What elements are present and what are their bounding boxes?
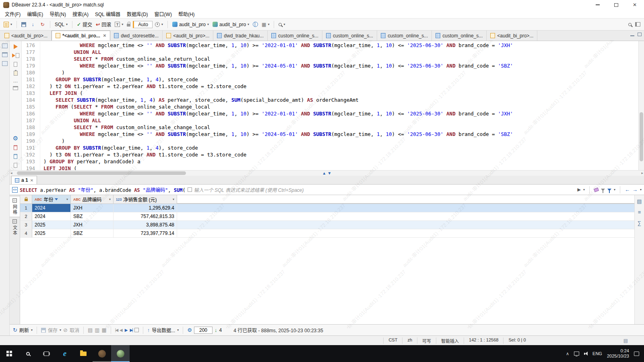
minimize-editor-icon[interactable] (630, 35, 634, 36)
code-line[interactable]: 176 WHERE mgclear_time <> '' AND SUBSTR(… (22, 42, 638, 49)
file-explorer-button[interactable] (74, 345, 93, 362)
editor-tab[interactable]: <audit_bi_pro>... (163, 31, 213, 41)
sql-code-editor[interactable]: 176 WHERE mgclear_time <> '' AND SUBSTR(… (22, 41, 638, 170)
scroll-right-icon[interactable]: ▸ (641, 171, 643, 175)
editor-tab[interactable]: dwd_storesettle... (110, 31, 163, 41)
table-cell[interactable]: SBZ (71, 229, 114, 237)
code-line[interactable]: 177 UNION ALL (22, 49, 638, 56)
code-line[interactable]: 178 SELECT * FROM custom_online_sale_ret… (22, 56, 638, 62)
editor-vertical-scrollbar[interactable] (638, 41, 644, 170)
rollback-button[interactable]: ↩ 回滚 (95, 20, 112, 29)
column-header[interactable]: ABC品牌编码▾ (71, 195, 114, 204)
schema-selector[interactable]: audit_bi_pro ▾ (211, 21, 250, 28)
column-header[interactable]: ABC年份▾ (32, 195, 71, 204)
grid-corner-cell[interactable] (20, 195, 32, 204)
action-center-icon[interactable] (634, 352, 639, 356)
menu-item[interactable]: 导航(N) (46, 10, 69, 18)
results-view-tab[interactable]: 文本 (10, 217, 20, 238)
filter-funnel-active-icon[interactable] (607, 189, 611, 191)
restore-view-icon[interactable] (2, 43, 8, 48)
delete-row-icon[interactable]: ▦ (101, 327, 106, 333)
column-dropdown-icon[interactable]: ▾ (109, 197, 111, 201)
code-line[interactable]: 182 ) t2 ON t1.perYear = t2.perYear AND … (22, 83, 638, 90)
maximize-editor-icon[interactable] (638, 33, 642, 36)
column-dropdown-icon[interactable]: ▾ (66, 197, 68, 201)
fetch-page-icon[interactable] (134, 328, 139, 332)
app-task-button[interactable] (93, 345, 111, 362)
menu-item[interactable]: 编辑(E) (24, 10, 46, 18)
table-row[interactable]: 22024SBZ757,462,815.33 (20, 212, 634, 221)
refresh-button[interactable]: 刷新 (19, 327, 29, 333)
editor-tab[interactable]: dwd_trade_hkau... (213, 31, 268, 41)
transaction-log-button[interactable]: ▾ (154, 21, 164, 28)
code-line[interactable]: 179 WHERE mgclear_time <> '' AND SUBSTR(… (22, 62, 638, 69)
menu-item[interactable]: 帮助(H) (175, 10, 198, 18)
code-line[interactable]: 180 ) (22, 69, 638, 76)
nav-next-icon[interactable]: ▶ (125, 328, 128, 332)
editor-horizontal-scrollbar[interactable]: ◂ ▲ ▼ ▸ (10, 170, 644, 176)
code-line[interactable]: 191 GROUP BY SUBSTR(mgclear_time, 1, 4),… (22, 144, 638, 151)
export-data-button[interactable]: 导出数据... (152, 327, 175, 333)
maximize-button[interactable] (607, 0, 625, 10)
calc-panel-icon[interactable]: ∑ (638, 220, 641, 226)
chevron-down-icon[interactable]: ▾ (614, 188, 615, 191)
perspective-button[interactable] (634, 21, 642, 27)
connection-selector[interactable]: audit_bi_pro ▾ (171, 21, 210, 28)
nav-prev-icon[interactable]: ◀ (120, 328, 123, 332)
tray-expand-icon[interactable]: ∧ (566, 351, 569, 356)
column-header[interactable]: 123净销售金额 (元)▾ (114, 195, 177, 204)
code-line[interactable]: 187 UNION ALL (22, 117, 638, 124)
editor-tab[interactable]: *<audit_bi_pro...✕ (52, 31, 110, 41)
table-cell[interactable]: 3,898,875.48 (114, 221, 177, 229)
more-icon[interactable]: … (13, 80, 18, 82)
minimize-button[interactable] (588, 0, 607, 10)
row-number[interactable]: 4 (20, 229, 32, 237)
table-cell[interactable]: 2025 (32, 221, 71, 229)
grid-tools-button[interactable]: ▦ ▾ (260, 21, 270, 28)
execute-sql-icon[interactable] (14, 44, 18, 49)
search-button[interactable]: ▾ (277, 22, 286, 27)
code-line[interactable]: 190 ) (22, 138, 638, 144)
volume-icon[interactable] (584, 352, 588, 356)
clear-filter-icon[interactable] (594, 187, 599, 192)
results-tab[interactable]: a 1 ✕ (11, 176, 37, 184)
code-line[interactable]: 189 WHERE mgclear_time <> '' AND SUBSTR(… (22, 131, 638, 138)
database-navigator-icon[interactable] (2, 52, 8, 57)
commit-button[interactable]: ✓ 提交 (76, 20, 93, 29)
quick-access-search-button[interactable] (627, 22, 633, 27)
table-cell[interactable]: 2025 (32, 229, 71, 237)
menu-item[interactable]: 搜索(A) (69, 10, 92, 18)
projects-view-icon[interactable] (2, 61, 8, 66)
close-button[interactable]: ✕ (625, 0, 644, 10)
dbeaver-task-button[interactable] (111, 345, 130, 362)
chevron-down-icon[interactable]: ▾ (583, 188, 585, 191)
taskbar-clock[interactable]: 0:24 2025/10/23 (607, 348, 629, 359)
chevron-down-icon[interactable]: ▾ (640, 188, 642, 191)
editor-tab[interactable]: custom_online_s... (377, 31, 432, 41)
table-cell[interactable]: SBZ (71, 212, 114, 220)
chevron-down-icon[interactable]: ▾ (31, 328, 33, 332)
script-file-icon[interactable] (14, 145, 17, 150)
network-button[interactable] (252, 21, 259, 28)
metadata-panel-icon[interactable]: ≡ (638, 209, 641, 215)
editor-tab[interactable]: <audit_bi_pro>... (487, 31, 537, 41)
output-panel-icon[interactable] (13, 86, 18, 90)
refresh-icon[interactable]: ↻ (13, 327, 17, 333)
restore-panel-icon[interactable]: ▼ (328, 171, 332, 176)
nav-last-icon[interactable]: ▶| (130, 328, 132, 332)
settings-gear-icon[interactable]: ⚙ (13, 136, 18, 141)
load-button[interactable]: ↓ (29, 21, 37, 28)
close-icon[interactable]: ✕ (30, 178, 33, 183)
code-line[interactable]: 193) GROUP BY perYear, brandCode) a (22, 158, 638, 165)
network-icon[interactable] (574, 352, 579, 356)
transaction-mode-selector[interactable]: Auto (133, 21, 153, 28)
code-line[interactable]: 181 GROUP BY SUBSTR(mgclear_time, 1, 4),… (22, 76, 638, 83)
table-row[interactable]: 32025JXH3,898,875.48 (20, 221, 634, 229)
filter-input[interactable]: 输入一个 SQL 表达式来过滤结果 (使用 Ctrl+Space) (194, 186, 576, 193)
transaction-mode-button[interactable]: T ▾ (114, 21, 124, 28)
scroll-left-icon[interactable]: ◂ (10, 171, 12, 175)
cancel-button[interactable]: 取消 (70, 327, 79, 333)
start-button[interactable] (0, 345, 19, 362)
filter-funnel-icon[interactable] (601, 189, 605, 191)
editor-tab[interactable]: custom_online_s... (432, 31, 487, 41)
